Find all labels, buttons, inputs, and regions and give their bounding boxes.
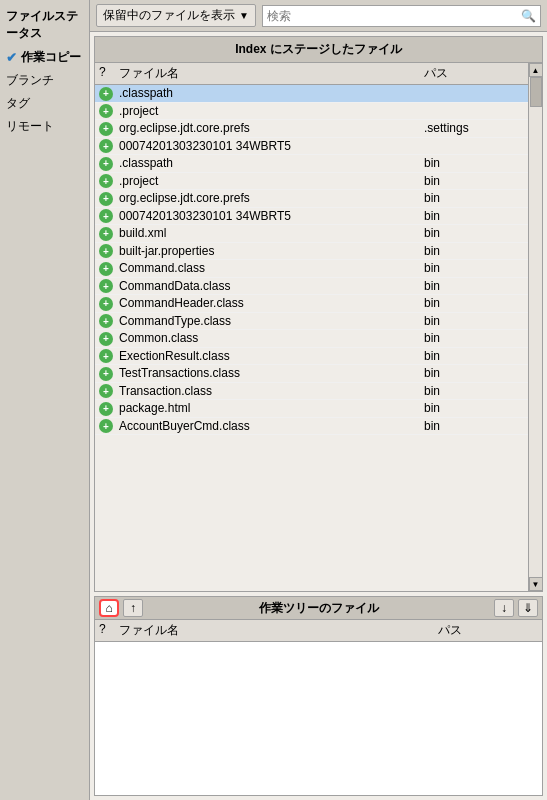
upper-scrollbar[interactable]: ▲ ▼ — [528, 63, 542, 591]
plus-icon: + — [99, 419, 119, 434]
file-name: CommandHeader.class — [119, 296, 424, 310]
file-name: built-jar.properties — [119, 244, 424, 258]
file-name: 00074201303230101 34WBRT5 — [119, 209, 424, 223]
file-name: org.eclipse.jdt.core.prefs — [119, 121, 424, 135]
up-icon: ↑ — [130, 601, 136, 615]
plus-icon: + — [99, 86, 119, 101]
lower-panel: ⌂ ↑ 作業ツリーのファイル ↓ ⇓ ? ファイル名 パス — [94, 596, 543, 796]
file-path: bin — [424, 209, 524, 223]
search-icon[interactable]: 🔍 — [517, 9, 540, 23]
table-row[interactable]: + org.eclipse.jdt.core.prefs bin — [95, 190, 528, 208]
file-name: .project — [119, 104, 424, 118]
sidebar-item-branch[interactable]: ブランチ — [0, 69, 89, 92]
file-path: bin — [424, 384, 524, 398]
sidebar-title: ファイルステータス — [0, 4, 89, 46]
file-name: AccountBuyerCmd.class — [119, 419, 424, 433]
table-row[interactable]: + .classpath bin — [95, 155, 528, 173]
file-path: bin — [424, 226, 524, 240]
file-path: bin — [424, 419, 524, 433]
table-row[interactable]: + 00074201303230101 34WBRT5 — [95, 138, 528, 156]
file-path: bin — [424, 156, 524, 170]
table-row[interactable]: + Transaction.class bin — [95, 383, 528, 401]
scroll-thumb[interactable] — [530, 77, 542, 107]
file-name: build.xml — [119, 226, 424, 240]
table-row[interactable]: + CommandData.class bin — [95, 278, 528, 296]
scroll-up-arrow[interactable]: ▲ — [529, 63, 543, 77]
file-name: Transaction.class — [119, 384, 424, 398]
table-row[interactable]: + org.eclipse.jdt.core.prefs .settings — [95, 120, 528, 138]
file-path: bin — [424, 314, 524, 328]
table-row[interactable]: + .project — [95, 103, 528, 121]
plus-icon: + — [99, 331, 119, 346]
table-row[interactable]: + CommandType.class bin — [95, 313, 528, 331]
file-path: bin — [424, 244, 524, 258]
plus-icon: + — [99, 226, 119, 241]
table-row[interactable]: + package.html bin — [95, 400, 528, 418]
table-row[interactable]: + CommandHeader.class bin — [95, 295, 528, 313]
plus-icon: + — [99, 156, 119, 171]
table-row[interactable]: + build.xml bin — [95, 225, 528, 243]
up-button[interactable]: ↑ — [123, 599, 143, 617]
col-filename: ファイル名 — [119, 65, 424, 82]
lower-table-header: ? ファイル名 パス — [95, 620, 542, 642]
file-name: package.html — [119, 401, 424, 415]
col-path: パス — [438, 622, 538, 639]
plus-icon: + — [99, 104, 119, 119]
file-path: bin — [424, 279, 524, 293]
table-row[interactable]: + AccountBuyerCmd.class bin — [95, 418, 528, 436]
sidebar-item-working-copy[interactable]: ✔ 作業コピー — [0, 46, 89, 69]
table-row[interactable]: + Common.class bin — [95, 330, 528, 348]
file-name: org.eclipse.jdt.core.prefs — [119, 191, 424, 205]
check-icon: ✔ — [6, 50, 17, 65]
sidebar-item-tag[interactable]: タグ — [0, 92, 89, 115]
lower-panel-title: 作業ツリーのファイル — [147, 600, 490, 617]
table-row[interactable]: + built-jar.properties bin — [95, 243, 528, 261]
file-path: bin — [424, 366, 524, 380]
filter-dropdown-label: 保留中のファイルを表示 — [103, 7, 235, 24]
table-row[interactable]: + TestTransactions.class bin — [95, 365, 528, 383]
plus-icon: + — [99, 209, 119, 224]
plus-icon: + — [99, 121, 119, 136]
plus-icon: + — [99, 349, 119, 364]
file-name: ExectionResult.class — [119, 349, 424, 363]
search-box: 🔍 — [262, 5, 541, 27]
table-row[interactable]: + .project bin — [95, 173, 528, 191]
col-path: パス — [424, 65, 524, 82]
file-name: 00074201303230101 34WBRT5 — [119, 139, 424, 153]
down-button[interactable]: ↓ — [494, 599, 514, 617]
search-input[interactable] — [263, 9, 517, 23]
table-row[interactable]: + .classpath — [95, 85, 528, 103]
scroll-down-arrow[interactable]: ▼ — [529, 577, 543, 591]
double-down-button[interactable]: ⇓ — [518, 599, 538, 617]
sidebar-item-label: 作業コピー — [21, 49, 81, 66]
sidebar-item-label: ブランチ — [6, 72, 54, 89]
home-button[interactable]: ⌂ — [99, 599, 119, 617]
file-path: bin — [424, 296, 524, 310]
file-name: TestTransactions.class — [119, 366, 424, 380]
filter-dropdown[interactable]: 保留中のファイルを表示 ▼ — [96, 4, 256, 27]
file-path: bin — [424, 261, 524, 275]
col-question: ? — [99, 622, 119, 639]
sidebar-item-remote[interactable]: リモート — [0, 115, 89, 138]
double-down-icon: ⇓ — [523, 601, 533, 615]
main-content: 保留中のファイルを表示 ▼ 🔍 Index にステージしたファイル ? ファイル… — [90, 0, 547, 800]
file-path: bin — [424, 174, 524, 188]
down-icon: ↓ — [501, 601, 507, 615]
scroll-track[interactable] — [529, 77, 543, 577]
col-filename: ファイル名 — [119, 622, 438, 639]
table-row[interactable]: + Command.class bin — [95, 260, 528, 278]
table-row[interactable]: + 00074201303230101 34WBRT5 bin — [95, 208, 528, 226]
file-name: Common.class — [119, 331, 424, 345]
plus-icon: + — [99, 296, 119, 311]
col-question: ? — [99, 65, 119, 82]
table-row[interactable]: + ExectionResult.class bin — [95, 348, 528, 366]
plus-icon: + — [99, 384, 119, 399]
sidebar: ファイルステータス ✔ 作業コピー ブランチ タグ リモート — [0, 0, 90, 800]
file-path: bin — [424, 191, 524, 205]
file-name: .project — [119, 174, 424, 188]
file-path: bin — [424, 349, 524, 363]
file-name: .classpath — [119, 156, 424, 170]
plus-icon: + — [99, 174, 119, 189]
plus-icon: + — [99, 314, 119, 329]
plus-icon: + — [99, 191, 119, 206]
